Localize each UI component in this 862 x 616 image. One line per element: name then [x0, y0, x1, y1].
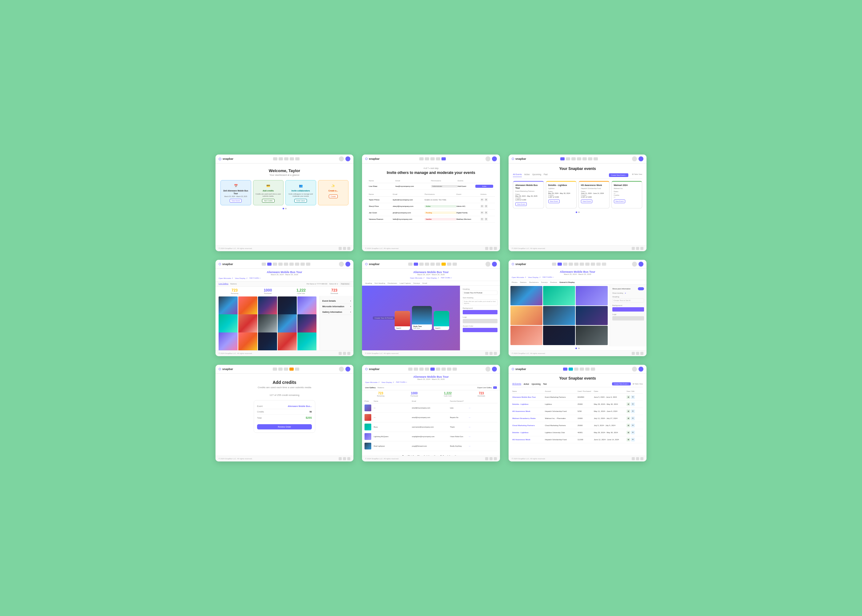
- g6-dot-2[interactable]: [578, 347, 580, 349]
- tab-active[interactable]: Active: [524, 173, 530, 177]
- nav-icon-8-1[interactable]: [408, 368, 413, 371]
- nav-icon-6-6[interactable]: [580, 262, 584, 266]
- edit-btn-2[interactable]: ✏: [631, 402, 635, 406]
- img-6[interactable]: [218, 314, 238, 333]
- list-event-6[interactable]: Deloitte - Lightbox: [512, 432, 545, 434]
- tab-upcoming[interactable]: Upcoming: [532, 173, 541, 177]
- nav-icon-8-6[interactable]: [436, 368, 440, 371]
- nav-icon-7-2[interactable]: [278, 368, 283, 371]
- view-btn-7[interactable]: 👁: [626, 438, 630, 442]
- nav-icon-4-8[interactable]: [300, 262, 305, 266]
- avatar-icon[interactable]: [345, 156, 350, 161]
- g6-img-9[interactable]: [576, 326, 608, 345]
- footer-icon-8-2[interactable]: [490, 457, 493, 460]
- footer-icon-3-3[interactable]: [641, 247, 644, 250]
- nav-icon-3[interactable]: [284, 157, 289, 160]
- tab-lead-capture[interactable]: Lead Capture: [400, 282, 411, 284]
- nav-icon-8-4[interactable]: [425, 368, 429, 371]
- footer-icon-1[interactable]: [339, 247, 342, 250]
- img-14[interactable]: [278, 333, 297, 350]
- notification-9[interactable]: [632, 367, 637, 372]
- footer-icon-5-1[interactable]: [485, 352, 488, 355]
- g6-img-3[interactable]: [576, 286, 608, 305]
- card-credits[interactable]: 💳 Add credits Credits are used each time…: [253, 180, 284, 205]
- list-tab-all[interactable]: All Events: [512, 383, 521, 385]
- tab6-reviews[interactable]: Reviews: [550, 281, 557, 283]
- ai-add-credits[interactable]: Add Credits +: [441, 277, 452, 279]
- img-8[interactable]: [258, 314, 277, 333]
- view-event-btn[interactable]: View Event: [230, 199, 242, 203]
- img-7[interactable]: [238, 314, 258, 333]
- filter-stations[interactable]: Stations: [230, 283, 237, 285]
- ai-open-microsite[interactable]: Open Microsite ↗: [410, 277, 424, 279]
- nav-icon-6-8[interactable]: [591, 262, 595, 266]
- delete-icon-3[interactable]: ✕: [485, 211, 488, 214]
- avatar-9[interactable]: [639, 367, 644, 372]
- sidebar-gallery-info[interactable]: Gallery Information ›: [322, 310, 351, 315]
- nav-icon-5[interactable]: [295, 157, 300, 160]
- select-all[interactable]: Select All ∨: [330, 283, 338, 285]
- nav-icon-4-5[interactable]: [284, 262, 288, 266]
- img-9[interactable]: [278, 314, 297, 333]
- nav-icon-6-2[interactable]: [557, 262, 562, 266]
- nav-icon-7-1[interactable]: [273, 368, 277, 371]
- events-dot-1[interactable]: [576, 212, 577, 213]
- tab6-stations[interactable]: Stations: [520, 281, 527, 283]
- list-view-toggle[interactable]: ⊞ Table View: [633, 383, 643, 385]
- bg-panel-color[interactable]: [612, 307, 644, 311]
- avatar-3[interactable]: [639, 156, 644, 161]
- gallery6-view-display[interactable]: View Display ↗: [528, 276, 540, 278]
- avatar-7[interactable]: [345, 367, 350, 372]
- dot-2[interactable]: [285, 208, 287, 209]
- edit-btn-1[interactable]: ✏: [631, 395, 635, 399]
- invite-users-btn[interactable]: Invite Users: [294, 199, 307, 203]
- view-event-1[interactable]: View Event: [515, 202, 527, 206]
- list-event-4[interactable]: Walmart Strawberry Shake: [512, 418, 545, 419]
- tab6-surveys[interactable]: Surveys: [541, 281, 548, 283]
- g6-img-1[interactable]: [510, 286, 542, 305]
- view-event-4[interactable]: View Event: [614, 200, 625, 203]
- notification-2[interactable]: [485, 156, 490, 161]
- tab6-extend[interactable]: Extend & Display: [560, 281, 575, 283]
- footer-icon-2-3[interactable]: [494, 247, 497, 250]
- footer-icon-3-2[interactable]: [636, 247, 639, 250]
- tab-disclaimers[interactable]: Disclaimers: [388, 282, 397, 284]
- img-1[interactable]: [218, 297, 238, 316]
- logo-panel-picker[interactable]: [612, 316, 644, 321]
- footer-icon-4-1[interactable]: [339, 352, 342, 355]
- nav-icon-3-6[interactable]: [588, 157, 592, 160]
- footer-icon-8-1[interactable]: [485, 457, 488, 460]
- g6-img-8[interactable]: [543, 326, 575, 345]
- footer-icon-6-1[interactable]: [632, 352, 635, 355]
- nav-icon-4-9[interactable]: [306, 262, 310, 266]
- view-event-2[interactable]: View Event: [548, 200, 560, 203]
- create-event-btn[interactable]: Create New Event +: [609, 173, 628, 177]
- nav-icon-9-4[interactable]: [580, 368, 584, 371]
- subheading-input[interactable]: Enter title text and make your email or …: [463, 299, 498, 305]
- list-event-5[interactable]: Cloud Marketing Partners: [512, 424, 545, 426]
- table-view-toggle[interactable]: ⊞ Table View: [632, 173, 642, 177]
- action-1[interactable]: ⋯: [469, 407, 498, 409]
- review-order-btn[interactable]: Review Order: [257, 424, 312, 429]
- events-dot-2[interactable]: [578, 212, 580, 213]
- footer-icon-2[interactable]: [343, 247, 346, 250]
- accent-color-picker[interactable]: [463, 328, 498, 332]
- nav-icon-6-10[interactable]: [602, 262, 606, 266]
- ai-view-display[interactable]: View Display ↗: [426, 277, 439, 279]
- nav-icon-5-4[interactable]: [425, 262, 429, 266]
- edit-icon-1[interactable]: ✏: [480, 198, 484, 201]
- nav-icon-5-1[interactable]: [408, 262, 413, 266]
- list-tab-upcoming[interactable]: Upcoming: [532, 383, 540, 385]
- avatar-2[interactable]: [492, 156, 497, 161]
- footer-icon-2-1[interactable]: [485, 247, 488, 250]
- nav-icon-1[interactable]: [273, 157, 277, 160]
- nav-icon-3-1[interactable]: [560, 157, 565, 160]
- edit-btn-3[interactable]: ✏: [631, 409, 635, 413]
- tab-surveys[interactable]: Surveys: [413, 282, 420, 284]
- nav-icon-2-3[interactable]: [430, 157, 435, 160]
- live-add-credits[interactable]: Add Credits +: [396, 381, 407, 383]
- bg-color-picker[interactable]: [463, 310, 498, 314]
- nav-icon-7-5[interactable]: [295, 368, 299, 371]
- img-4[interactable]: [278, 297, 297, 316]
- footer-icon-9-2[interactable]: [636, 457, 639, 460]
